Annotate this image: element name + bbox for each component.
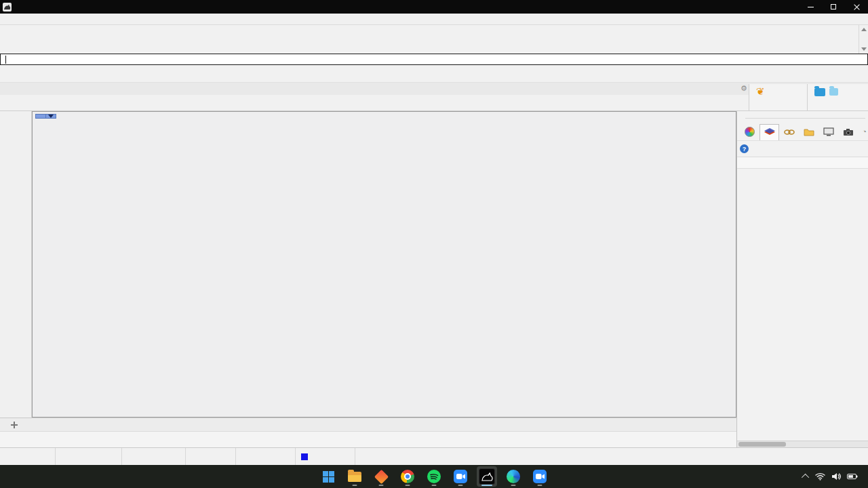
- layers-horizontal-scrollbar[interactable]: [737, 441, 868, 447]
- camera-icon[interactable]: [838, 124, 858, 140]
- command-history-scrollbar[interactable]: [859, 25, 868, 54]
- viewport-label[interactable]: [35, 114, 56, 119]
- volume-icon[interactable]: [831, 472, 841, 481]
- command-history[interactable]: [0, 25, 868, 54]
- wifi-icon[interactable]: [815, 472, 825, 481]
- zoom-icon[interactable]: [450, 466, 471, 487]
- start-button[interactable]: [318, 466, 338, 487]
- osnap-bar: [0, 431, 736, 447]
- standard-toolbar: [0, 95, 868, 111]
- z-coordinate: [186, 448, 236, 465]
- link-icon[interactable]: [779, 124, 799, 140]
- text-caret: [5, 56, 6, 64]
- layers-tab-icon[interactable]: [760, 124, 779, 140]
- display-properties-icon[interactable]: [740, 124, 760, 140]
- panel-tab-bar: ◔: [737, 123, 868, 141]
- rhino-icon[interactable]: [477, 466, 497, 487]
- viewport-tabs: [0, 418, 736, 431]
- panel-gear-icon[interactable]: ◔: [862, 127, 867, 136]
- viewport-menu-dropdown-icon[interactable]: [46, 114, 56, 119]
- title-bar: [0, 0, 868, 14]
- spotify-icon[interactable]: [424, 466, 444, 487]
- minimize-button[interactable]: [799, 0, 822, 14]
- command-input[interactable]: [0, 54, 868, 65]
- file-explorer-icon[interactable]: [344, 466, 365, 487]
- add-viewport-icon[interactable]: [9, 420, 19, 430]
- edge-icon[interactable]: [503, 466, 524, 487]
- y-coordinate: [122, 448, 186, 465]
- close-button[interactable]: [845, 0, 868, 14]
- vray-toolbar-group: ❦: [749, 84, 807, 110]
- folder-icon[interactable]: [799, 124, 818, 140]
- settings-gear-icon[interactable]: ⚙: [741, 84, 747, 93]
- maple-leaf-icon[interactable]: ❦: [756, 87, 765, 96]
- chrome-icon[interactable]: [397, 466, 418, 487]
- system-tray: [804, 465, 864, 488]
- viewport-canvas[interactable]: [32, 111, 736, 418]
- layer-list-header: [737, 157, 868, 169]
- main-area: ◔ ?: [0, 111, 868, 447]
- units-field[interactable]: [236, 448, 296, 465]
- building-render: [33, 112, 736, 417]
- layer-help-icon[interactable]: ?: [740, 144, 749, 153]
- zoom-meeting-icon[interactable]: [530, 466, 550, 487]
- scroll-down-icon[interactable]: [861, 47, 867, 51]
- layer-toolbar: ?: [737, 141, 868, 157]
- layers-panel: ◔ ?: [736, 111, 868, 447]
- scrollbar-thumb[interactable]: [738, 442, 786, 447]
- cplane-button[interactable]: [0, 448, 56, 465]
- x-coordinate: [56, 448, 122, 465]
- blue-folder-icon[interactable]: [814, 88, 825, 96]
- blue-folder-light-icon[interactable]: [829, 88, 838, 96]
- rhino-app-icon: [3, 3, 12, 12]
- file-toolbar-group: [807, 84, 868, 110]
- current-layer-field[interactable]: [296, 448, 355, 465]
- layer-color-square: [301, 453, 308, 460]
- main-tool-palette: [0, 111, 32, 418]
- menu-bar: [0, 14, 868, 25]
- tray-chevron-icon[interactable]: [802, 474, 809, 481]
- rhino-window: ⚙ ❦: [0, 0, 868, 488]
- design-app-icon[interactable]: [371, 466, 391, 487]
- layer-list: [737, 169, 868, 441]
- scroll-up-icon[interactable]: [861, 28, 867, 31]
- maximize-button[interactable]: [822, 0, 845, 14]
- display-icon[interactable]: [818, 124, 838, 140]
- tolerance-field[interactable]: [355, 448, 366, 465]
- status-bar: [0, 447, 868, 465]
- battery-icon[interactable]: [847, 473, 858, 480]
- toolbar-tab-strip: ⚙: [0, 83, 868, 95]
- windows-taskbar: [0, 465, 868, 488]
- paneling-toolbar: [0, 65, 868, 83]
